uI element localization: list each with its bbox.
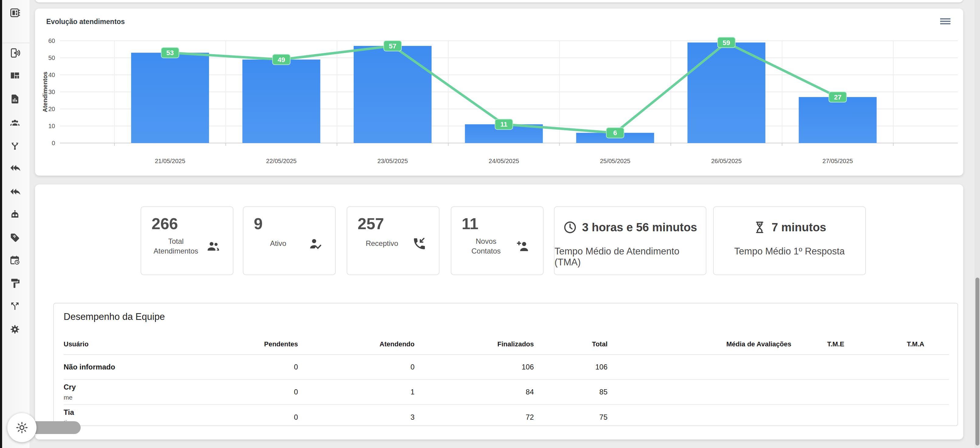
settings-gear-icon[interactable] — [10, 324, 21, 335]
previous-card-bottom-edge — [35, 0, 963, 2]
alt-route-icon[interactable] — [10, 140, 21, 151]
chart-card: Evolução atendimentos 0102030405060Atend… — [35, 8, 963, 176]
groups-icon[interactable] — [10, 117, 21, 128]
brightness-sun-icon — [15, 421, 29, 435]
stat-value: 257 — [358, 216, 428, 232]
cell-tma — [844, 354, 924, 380]
col-total: Total — [534, 334, 608, 354]
stat-total-atendimentos: 266 Total Atendimentos — [141, 207, 234, 275]
col-atendendo: Atendendo — [298, 334, 415, 354]
svg-text:27: 27 — [834, 94, 841, 101]
scrollbar-track[interactable] — [975, 0, 980, 448]
svg-text:Atendimentos: Atendimentos — [42, 71, 48, 112]
paint-roller-icon[interactable] — [10, 278, 21, 289]
user-name: Não informado — [64, 363, 185, 371]
tma-value: 3 horas e 56 minutos — [582, 221, 697, 234]
stat-label: Novos Contatos — [462, 237, 511, 256]
col-tma: T.M.A — [844, 334, 924, 354]
stat-tma: 3 horas e 56 minutos Tempo Médio de Aten… — [554, 207, 706, 275]
report-file-icon[interactable] — [10, 94, 21, 104]
evolution-chart: 0102030405060Atendimentos21/05/202522/05… — [35, 8, 963, 176]
svg-text:57: 57 — [389, 42, 396, 50]
stat-label: Receptivo — [358, 238, 406, 248]
app-grid-icon[interactable] — [10, 7, 21, 18]
stat-value: 9 — [254, 216, 325, 232]
first-response-value: 7 minutos — [772, 221, 826, 234]
stat-tempo-primeira-resposta: 7 minutos Tempo Médio 1º Resposta — [713, 207, 866, 275]
cell-pendentes: 0 — [185, 405, 298, 426]
robot-icon[interactable] — [10, 210, 21, 220]
stat-value: 11 — [462, 216, 533, 232]
svg-text:20: 20 — [48, 106, 55, 112]
cell-finalizados: 84 — [415, 380, 534, 405]
cell-finalizados: 72 — [415, 405, 534, 426]
table-row: Cry me 0 1 84 85 — [64, 380, 949, 405]
cell-tma — [844, 380, 924, 405]
sidebar-divider — [2, 43, 30, 43]
col-tme: T.M.E — [791, 334, 844, 354]
reply-all-icon-2[interactable] — [10, 186, 21, 197]
svg-text:0: 0 — [52, 140, 55, 146]
stat-receptivo: 257 Receptivo — [347, 207, 439, 275]
svg-text:27/05/2025: 27/05/2025 — [822, 158, 853, 164]
svg-text:53: 53 — [167, 49, 174, 57]
call-split-icon[interactable] — [10, 301, 21, 311]
reply-all-icon[interactable] — [10, 162, 21, 173]
user-subtext: me — [64, 394, 185, 401]
stat-label: Total Atendimentos — [151, 237, 200, 256]
table-row: Não informado 0 0 106 106 — [64, 354, 949, 380]
svg-text:30: 30 — [48, 89, 55, 95]
svg-text:22/05/2025: 22/05/2025 — [266, 158, 296, 164]
stat-novos-contatos: 11 Novos Contatos — [451, 207, 544, 275]
group-icon — [206, 239, 221, 254]
svg-text:10: 10 — [48, 123, 55, 129]
table-header-row: Usuário Pendentes Atendendo Finalizados … — [64, 334, 949, 354]
svg-text:49: 49 — [278, 56, 285, 64]
user-name: Cry — [64, 383, 185, 391]
tma-label: Tempo Médio de Atendimento (TMA) — [555, 246, 706, 268]
cell-atendendo: 3 — [298, 405, 415, 426]
cell-tme — [791, 380, 844, 405]
first-response-label: Tempo Médio 1º Resposta — [734, 246, 845, 257]
cell-total: 75 — [534, 405, 608, 426]
cell-media — [608, 380, 791, 405]
cell-tme — [791, 405, 844, 426]
person-add-icon — [516, 239, 531, 254]
dashboard-layout-icon[interactable] — [10, 70, 21, 81]
user-name: Tia — [64, 408, 185, 417]
cell-pendentes: 0 — [185, 354, 298, 380]
col-pendentes: Pendentes — [185, 334, 298, 354]
svg-text:60: 60 — [48, 37, 55, 44]
col-spacer — [924, 334, 949, 354]
cell-atendendo: 0 — [298, 354, 415, 380]
user-subtext: tiag — [64, 419, 185, 426]
col-media-avaliacoes: Média de Avaliações — [608, 334, 791, 354]
clock-icon — [563, 220, 577, 234]
phone-ring-icon[interactable] — [10, 48, 21, 59]
team-performance-table: Usuário Pendentes Atendendo Finalizados … — [64, 334, 949, 426]
svg-text:25/05/2025: 25/05/2025 — [600, 158, 630, 164]
svg-text:50: 50 — [48, 54, 55, 61]
team-performance-panel: Desempenho da Equipe Usuário Pendentes A… — [53, 303, 958, 426]
stat-label: Ativo — [254, 238, 302, 248]
cell-total: 106 — [534, 354, 608, 380]
svg-text:23/05/2025: 23/05/2025 — [377, 158, 408, 164]
svg-text:6: 6 — [613, 129, 617, 137]
tag-icon[interactable] — [10, 232, 21, 243]
team-performance-title: Desempenho da Equipe — [64, 311, 165, 322]
scrollbar-thumb[interactable] — [975, 278, 979, 446]
person-check-icon — [308, 237, 323, 251]
cell-media — [608, 405, 791, 426]
sidebar — [0, 0, 30, 448]
svg-text:21/05/2025: 21/05/2025 — [155, 158, 185, 164]
col-usuario: Usuário — [64, 334, 185, 354]
col-finalizados: Finalizados — [415, 334, 534, 354]
theme-toggle[interactable] — [7, 413, 37, 442]
stat-ativo: 9 Ativo — [243, 207, 336, 275]
svg-text:11: 11 — [500, 121, 508, 128]
svg-text:40: 40 — [48, 71, 55, 78]
stats-card: 266 Total Atendimentos 9 Ativo — [35, 184, 963, 440]
calendar-clock-icon[interactable] — [10, 255, 21, 266]
cell-pendentes: 0 — [185, 380, 298, 405]
svg-text:26/05/2025: 26/05/2025 — [711, 158, 742, 164]
